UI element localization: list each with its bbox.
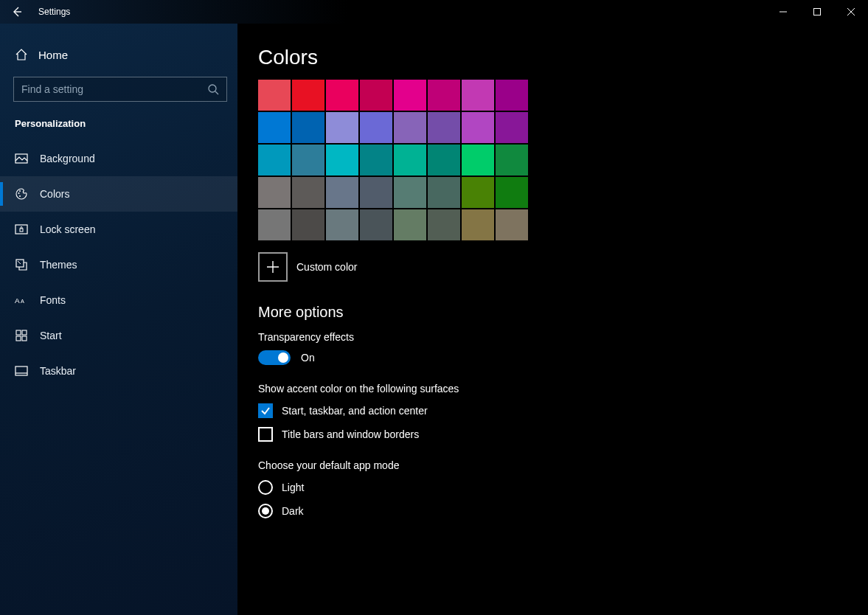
color-swatch[interactable] bbox=[428, 145, 460, 176]
radio-label: Dark bbox=[282, 505, 304, 517]
color-swatch[interactable] bbox=[326, 209, 358, 240]
color-grid bbox=[258, 80, 528, 240]
color-swatch[interactable] bbox=[360, 112, 392, 143]
nav-item-themes[interactable]: Themes bbox=[0, 247, 237, 282]
nav-item-taskbar[interactable]: Taskbar bbox=[0, 353, 237, 389]
search-box[interactable] bbox=[13, 77, 227, 102]
page-title: Colors bbox=[258, 46, 868, 69]
color-swatch[interactable] bbox=[496, 209, 528, 240]
checkmark-icon bbox=[260, 406, 271, 416]
back-button[interactable] bbox=[0, 0, 34, 24]
color-swatch[interactable] bbox=[258, 112, 291, 143]
color-swatch[interactable] bbox=[326, 112, 358, 143]
color-swatch[interactable] bbox=[394, 177, 426, 208]
color-swatch[interactable] bbox=[292, 112, 324, 143]
checkbox-title-bars[interactable]: Title bars and window borders bbox=[258, 427, 868, 442]
color-swatch[interactable] bbox=[326, 80, 358, 111]
svg-rect-0 bbox=[814, 9, 821, 15]
color-swatch[interactable] bbox=[462, 209, 494, 240]
color-swatch[interactable] bbox=[394, 80, 426, 111]
fonts-icon: AA bbox=[15, 293, 28, 307]
taskbar-icon bbox=[15, 364, 28, 378]
transparency-label: Transparency effects bbox=[258, 331, 868, 343]
color-swatch[interactable] bbox=[428, 177, 460, 208]
color-swatch[interactable] bbox=[496, 112, 528, 143]
color-swatch[interactable] bbox=[462, 80, 494, 111]
color-swatch[interactable] bbox=[360, 209, 392, 240]
nav-item-background[interactable]: Background bbox=[0, 141, 237, 176]
checkbox-start-taskbar[interactable]: Start, taskbar, and action center bbox=[258, 403, 868, 418]
svg-rect-12 bbox=[22, 330, 27, 335]
color-swatch[interactable] bbox=[258, 177, 291, 208]
color-swatch[interactable] bbox=[496, 177, 528, 208]
color-swatch[interactable] bbox=[428, 80, 460, 111]
minimize-button[interactable] bbox=[766, 0, 800, 24]
color-swatch[interactable] bbox=[292, 209, 324, 240]
app-mode-label: Choose your default app mode bbox=[258, 459, 868, 471]
transparency-state: On bbox=[301, 352, 315, 364]
radio-icon bbox=[258, 504, 273, 518]
radio-light[interactable]: Light bbox=[258, 480, 868, 495]
color-swatch[interactable] bbox=[496, 80, 528, 111]
checkbox-label: Start, taskbar, and action center bbox=[282, 405, 428, 417]
color-swatch[interactable] bbox=[394, 209, 426, 240]
nav-item-start[interactable]: Start bbox=[0, 318, 237, 353]
home-link[interactable]: Home bbox=[0, 38, 237, 71]
color-swatch[interactable] bbox=[462, 145, 494, 176]
svg-rect-11 bbox=[16, 330, 21, 335]
color-swatch[interactable] bbox=[462, 177, 494, 208]
color-swatch[interactable] bbox=[428, 209, 460, 240]
picture-icon bbox=[15, 152, 28, 165]
nav-item-fonts[interactable]: AA Fonts bbox=[0, 282, 237, 318]
color-swatch[interactable] bbox=[292, 80, 324, 111]
color-swatch[interactable] bbox=[496, 145, 528, 176]
search-input[interactable] bbox=[21, 83, 207, 95]
color-swatch[interactable] bbox=[326, 145, 358, 176]
transparency-toggle[interactable] bbox=[258, 350, 291, 365]
color-swatch[interactable] bbox=[428, 112, 460, 143]
custom-color-row[interactable]: Custom color bbox=[258, 252, 868, 282]
color-swatch[interactable] bbox=[394, 112, 426, 143]
color-swatch[interactable] bbox=[258, 145, 291, 176]
more-options-title: More options bbox=[258, 304, 868, 321]
sidebar: Home Personalization Background Colors bbox=[0, 24, 237, 615]
svg-text:A: A bbox=[15, 297, 20, 305]
color-swatch[interactable] bbox=[292, 145, 324, 176]
app-title: Settings bbox=[38, 7, 70, 17]
titlebar: Settings bbox=[0, 0, 868, 24]
palette-icon bbox=[15, 187, 28, 201]
color-swatch[interactable] bbox=[258, 209, 291, 240]
color-swatch[interactable] bbox=[326, 177, 358, 208]
search-icon bbox=[207, 83, 219, 95]
close-button[interactable] bbox=[834, 0, 868, 24]
maximize-button[interactable] bbox=[800, 0, 834, 24]
custom-color-label: Custom color bbox=[296, 261, 357, 273]
svg-rect-13 bbox=[16, 336, 21, 341]
nav-item-label: Lock screen bbox=[40, 223, 95, 235]
color-swatch[interactable] bbox=[360, 80, 392, 111]
checkbox-icon bbox=[258, 403, 273, 418]
plus-icon bbox=[266, 260, 280, 274]
radio-icon bbox=[258, 480, 273, 495]
svg-rect-14 bbox=[22, 336, 27, 341]
checkbox-icon bbox=[258, 427, 273, 442]
custom-color-button[interactable] bbox=[258, 252, 288, 282]
start-icon bbox=[15, 329, 28, 342]
nav-item-colors[interactable]: Colors bbox=[0, 176, 237, 212]
radio-dark[interactable]: Dark bbox=[258, 504, 868, 518]
minimize-icon bbox=[780, 8, 787, 15]
color-swatch[interactable] bbox=[360, 177, 392, 208]
color-swatch[interactable] bbox=[292, 177, 324, 208]
svg-point-1 bbox=[209, 85, 216, 92]
nav-item-label: Taskbar bbox=[40, 365, 76, 377]
color-swatch[interactable] bbox=[360, 145, 392, 176]
accent-surfaces-label: Show accent color on the following surfa… bbox=[258, 383, 868, 395]
maximize-icon bbox=[813, 8, 821, 15]
nav-item-lock-screen[interactable]: Lock screen bbox=[0, 212, 237, 247]
nav-item-label: Start bbox=[40, 330, 62, 341]
color-swatch[interactable] bbox=[394, 145, 426, 176]
svg-point-5 bbox=[19, 195, 21, 197]
color-swatch[interactable] bbox=[258, 80, 291, 111]
color-swatch[interactable] bbox=[462, 112, 494, 143]
nav-item-label: Colors bbox=[40, 188, 69, 200]
